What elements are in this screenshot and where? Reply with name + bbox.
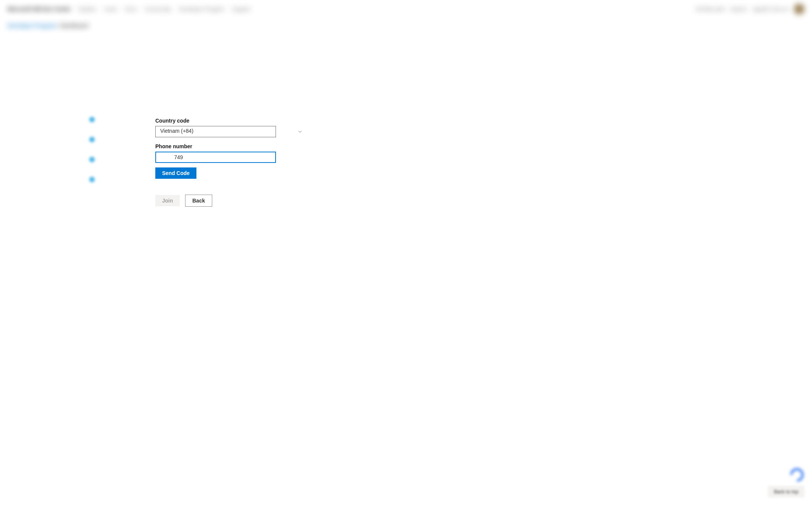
recaptcha-badge	[787, 467, 806, 482]
phone-number-label: Phone number	[155, 143, 306, 149]
step-dot-4	[89, 176, 95, 183]
country-code-label: Country code	[155, 118, 306, 124]
step-dot-2	[89, 136, 95, 143]
step-dot-3	[89, 156, 95, 163]
join-button: Join	[155, 195, 180, 206]
chevron-down-icon	[298, 129, 302, 134]
back-to-top-button[interactable]: Back to top	[768, 486, 804, 497]
country-code-value[interactable]: Vietnam (+84)	[155, 126, 276, 137]
stepper	[89, 116, 95, 196]
phone-verification-form: Country code Vietnam (+84) Phone number …	[155, 118, 306, 207]
country-code-select[interactable]: Vietnam (+84)	[155, 126, 306, 137]
phone-number-input[interactable]	[155, 152, 276, 163]
step-dot-1	[89, 116, 95, 123]
send-code-button[interactable]: Send Code	[155, 167, 196, 179]
back-button[interactable]: Back	[185, 195, 212, 207]
